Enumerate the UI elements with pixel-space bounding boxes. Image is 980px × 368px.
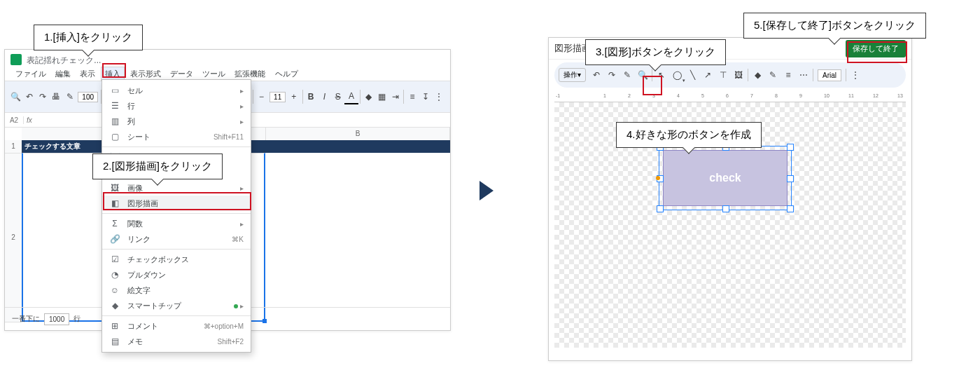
resize-handle[interactable] — [787, 175, 794, 182]
valign-icon[interactable]: ↧ — [419, 90, 433, 104]
callout-5: 5.[保存して終了]ボタンをクリック — [743, 13, 926, 39]
align-icon[interactable]: ≡ — [405, 90, 419, 104]
undo-icon[interactable]: ↶ — [22, 90, 36, 104]
paint-icon[interactable]: ✎ — [63, 90, 76, 104]
more-icon[interactable]: ⋮ — [848, 67, 863, 83]
menu-item-comment[interactable]: ⊞コメント⌘+option+M — [102, 318, 251, 334]
menu-item-memo[interactable]: ▤メモShift+F2 — [102, 334, 251, 349]
callout-3: 3.[図形]ボタンをクリック — [585, 39, 726, 65]
zoom-box[interactable]: 100 — [78, 92, 98, 102]
textcolor-icon[interactable]: A — [344, 89, 358, 104]
textbox-icon[interactable]: ⊤ — [715, 67, 731, 83]
fontsize-plus-icon[interactable]: + — [287, 90, 300, 104]
save-and-close-button[interactable]: 保存して終了 — [846, 40, 906, 57]
footer-label: 一番下に — [12, 314, 40, 324]
resize-handle[interactable] — [722, 205, 729, 212]
zoom-icon[interactable]: 🔍 — [635, 67, 650, 83]
footer-unit: 行 — [74, 314, 80, 324]
menu-item-emoji[interactable]: ☺絵文字 — [102, 282, 251, 298]
menu-item-checkbox[interactable]: ☑チェックボックス — [102, 252, 251, 267]
borders-icon[interactable]: ▦ — [375, 90, 388, 104]
bold-icon[interactable]: B — [304, 90, 317, 104]
menu-item-cell[interactable]: ▭セル▸ — [102, 83, 251, 98]
linecolor-icon[interactable]: ✎ — [765, 67, 780, 83]
more-icon[interactable]: ⋮ — [433, 90, 446, 104]
menu-item-sheet[interactable]: ▢シートShift+F11 — [102, 129, 251, 144]
menu-item-pulldown[interactable]: ◔プルダウン — [102, 267, 251, 282]
image-icon[interactable]: 🖼 — [731, 67, 746, 83]
undo-icon[interactable]: ↶ — [589, 67, 604, 83]
insert-menu-dropdown[interactable]: ▭セル▸ ☰行▸ ▥列▸ ▢シートShift+F11 📊グラフ ⊞ピボット テー… — [102, 79, 251, 353]
fillcolor-icon[interactable]: ◆ — [750, 67, 765, 83]
selection-frame[interactable] — [659, 146, 792, 210]
resize-handle[interactable] — [787, 144, 794, 151]
fillcolor-icon[interactable]: ◆ — [362, 90, 375, 104]
linedash-icon[interactable]: ⋯ — [796, 67, 811, 83]
menu-view[interactable]: 表示 — [76, 67, 99, 81]
shape-icon[interactable]: ◯▾ — [669, 67, 685, 83]
fontsize-minus-icon[interactable]: − — [255, 90, 268, 104]
col-header-b[interactable]: B — [266, 128, 450, 140]
drawing-dialog: 図形描画 保存して終了 操作▾ ↶ ↷ ✎ 🔍 ↖ ◯▾ ╲ ↗ ⊤ 🖼 ◆ ✎… — [548, 37, 912, 361]
resize-handle[interactable] — [787, 205, 794, 212]
lineweight-icon[interactable]: ≡ — [780, 67, 796, 83]
callout-1: 1.[挿入]をクリック — [34, 25, 143, 50]
paint-icon[interactable]: ✎ — [620, 67, 635, 83]
cell-b1[interactable] — [265, 140, 450, 153]
name-box[interactable]: A2 — [5, 116, 24, 124]
print-icon[interactable]: 🖶 — [50, 90, 63, 104]
menu-item-row[interactable]: ☰行▸ — [102, 98, 251, 114]
font-selector[interactable]: Arial — [818, 69, 841, 81]
menu-help[interactable]: ヘルプ — [272, 67, 302, 81]
menu-edit[interactable]: 編集 — [52, 67, 74, 81]
line-icon[interactable]: ╲ — [685, 67, 700, 83]
italic-icon[interactable]: I — [318, 90, 331, 104]
actions-button[interactable]: 操作▾ — [559, 68, 586, 82]
doc-title: 表記揺れチェック... — [27, 55, 101, 67]
callout-2: 2.[図形描画]をクリック — [92, 154, 223, 179]
menu-item-link[interactable]: 🔗リンク⌘K — [102, 231, 251, 247]
fontsize-box[interactable]: 11 — [270, 92, 286, 102]
menu-file[interactable]: ファイル — [12, 67, 50, 81]
menu-item-image[interactable]: 🖼画像▸ — [102, 180, 251, 196]
menu-item-smartchip[interactable]: ◆スマートチップ ▸ — [102, 298, 251, 313]
sheets-logo-icon — [10, 54, 22, 65]
ruler: -112345678910111213 — [554, 90, 906, 102]
row-header-2[interactable]: 2 — [5, 154, 22, 322]
footer-rows-input[interactable]: 1000 — [44, 313, 69, 325]
transition-arrow-icon — [479, 181, 493, 200]
merge-icon[interactable]: ⇥ — [388, 90, 402, 104]
search-icon[interactable]: 🔍 — [9, 90, 22, 104]
arrow-tool-icon[interactable]: ↗ — [700, 67, 715, 83]
menu-item-col[interactable]: ▥列▸ — [102, 114, 251, 129]
callout-4: 4.好きな形のボタンを作成 — [616, 122, 762, 148]
drawing-toolbar: 操作▾ ↶ ↷ ✎ 🔍 ↖ ◯▾ ╲ ↗ ⊤ 🖼 ◆ ✎ ≡ ⋯ Arial ⋮ — [554, 62, 906, 88]
redo-icon[interactable]: ↷ — [604, 67, 620, 83]
menu-item-function[interactable]: Σ関数▸ — [102, 216, 251, 231]
redo-icon[interactable]: ↷ — [36, 90, 50, 104]
resize-handle[interactable] — [657, 205, 664, 212]
fx-icon: fx — [27, 116, 32, 124]
connector-point[interactable] — [656, 176, 660, 180]
menu-item-drawing[interactable]: ◧図形描画 — [102, 196, 251, 211]
strike-icon[interactable]: S — [331, 90, 344, 104]
row-header-1[interactable]: 1 — [5, 140, 22, 154]
